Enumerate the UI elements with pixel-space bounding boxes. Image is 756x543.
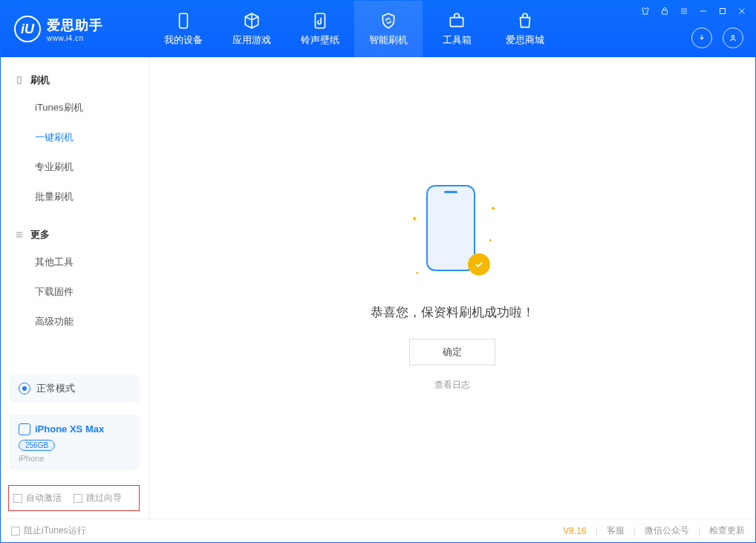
checkbox-block-itunes[interactable]: 阻止iTunes运行 xyxy=(11,524,86,537)
cube-icon xyxy=(242,11,261,30)
device-icon xyxy=(14,75,25,85)
divider: | xyxy=(596,526,598,536)
tab-label: 爱思商城 xyxy=(506,33,544,47)
sidebar-group-label: 更多 xyxy=(30,228,50,241)
tab-my-device[interactable]: 我的设备 xyxy=(149,1,218,57)
view-log-link[interactable]: 查看日志 xyxy=(434,379,470,391)
spark-icon: ✦ xyxy=(490,204,496,212)
toolbox-icon xyxy=(447,11,466,30)
tab-label: 应用游戏 xyxy=(232,33,271,47)
spark-icon: • xyxy=(416,269,419,277)
svg-point-5 xyxy=(731,36,734,39)
wechat-link[interactable]: 微信公众号 xyxy=(645,524,689,537)
device-phone-icon xyxy=(19,423,30,435)
sidebar: 刷机 iTunes刷机 一键刷机 专业刷机 批量刷机 更多 其他工具 下载固件 … xyxy=(1,57,149,518)
close-icon[interactable] xyxy=(736,5,748,17)
lock-icon[interactable] xyxy=(659,5,671,17)
sidebar-group-label: 刷机 xyxy=(30,74,50,87)
tab-label: 铃声壁纸 xyxy=(301,33,339,47)
phone-illustration-icon xyxy=(426,185,475,271)
main-content: ✦ ✦ • • 恭喜您，保资料刷机成功啦！ 确定 查看日志 xyxy=(149,57,755,518)
sidebar-group-more: 更多 xyxy=(1,222,149,247)
list-icon xyxy=(14,230,25,240)
version-label: V8.16 xyxy=(563,526,586,536)
check-badge-icon xyxy=(468,253,490,276)
spark-icon: ✦ xyxy=(411,215,417,223)
success-graphic: ✦ ✦ • • xyxy=(411,185,493,282)
check-update-link[interactable]: 检查更新 xyxy=(709,524,745,537)
header-actions xyxy=(691,27,743,48)
sidebar-item-one-click-flash[interactable]: 一键刷机 xyxy=(1,123,149,152)
sidebar-item-batch-flash[interactable]: 批量刷机 xyxy=(1,182,149,212)
main-tabs: 我的设备 应用游戏 铃声壁纸 智能刷机 工具箱 爱思商城 xyxy=(149,1,559,57)
sidebar-item-download-firmware[interactable]: 下载固件 xyxy=(1,277,149,307)
sidebar-item-itunes-flash[interactable]: iTunes刷机 xyxy=(1,93,149,123)
tab-ringtone[interactable]: 铃声壁纸 xyxy=(286,1,354,57)
svg-rect-6 xyxy=(18,77,22,83)
mode-icon xyxy=(19,383,30,394)
checkbox-auto-activate[interactable]: 自动激活 xyxy=(13,492,62,504)
device-type: iPhone xyxy=(19,454,131,463)
window-controls xyxy=(639,5,748,17)
mode-indicator[interactable]: 正常模式 xyxy=(10,374,140,403)
menu-icon[interactable] xyxy=(678,5,690,17)
tab-toolbox[interactable]: 工具箱 xyxy=(423,1,491,57)
checkbox-icon xyxy=(13,494,22,503)
sidebar-item-other-tools[interactable]: 其他工具 xyxy=(1,247,149,277)
mode-label: 正常模式 xyxy=(36,382,75,395)
logo: iU 爱思助手 www.i4.cn xyxy=(1,16,149,42)
divider: | xyxy=(698,526,700,536)
tab-label: 我的设备 xyxy=(164,33,203,47)
device-capacity: 256GB xyxy=(19,440,55,451)
options-row: 自动激活 跳过向导 xyxy=(8,485,140,511)
footer: 阻止iTunes运行 V8.16 | 客服 | 微信公众号 | 检查更新 xyxy=(1,518,755,542)
app-title: 爱思助手 xyxy=(47,16,103,34)
checkbox-label: 自动激活 xyxy=(26,492,62,504)
sidebar-item-advanced[interactable]: 高级功能 xyxy=(1,307,149,336)
checkbox-label: 跳过向导 xyxy=(86,492,122,504)
user-icon[interactable] xyxy=(723,27,743,48)
app-subtitle: www.i4.cn xyxy=(47,34,103,42)
app-window: iU 爱思助手 www.i4.cn 我的设备 应用游戏 铃声壁纸 智能刷机 xyxy=(0,0,756,543)
shirt-icon[interactable] xyxy=(639,5,651,17)
svg-rect-0 xyxy=(180,13,188,28)
svg-rect-3 xyxy=(662,10,668,14)
tab-apps[interactable]: 应用游戏 xyxy=(218,1,286,57)
svg-rect-2 xyxy=(450,18,463,27)
support-link[interactable]: 客服 xyxy=(607,524,625,537)
checkbox-skip-guide[interactable]: 跳过向导 xyxy=(74,492,122,504)
minimize-icon[interactable] xyxy=(697,5,709,17)
tab-label: 智能刷机 xyxy=(369,33,408,47)
checkbox-icon xyxy=(11,527,20,536)
phone-icon xyxy=(174,11,193,30)
svg-rect-1 xyxy=(316,13,325,28)
divider: | xyxy=(633,526,636,536)
logo-icon: iU xyxy=(14,16,41,42)
spark-icon: • xyxy=(489,236,492,244)
sidebar-item-pro-flash[interactable]: 专业刷机 xyxy=(1,152,149,182)
maximize-icon[interactable] xyxy=(717,5,729,17)
ok-button[interactable]: 确定 xyxy=(409,339,495,365)
checkbox-label: 阻止iTunes运行 xyxy=(24,524,86,537)
shield-refresh-icon xyxy=(379,11,398,30)
device-name: iPhone XS Max xyxy=(35,423,104,435)
svg-rect-4 xyxy=(720,9,726,14)
bag-icon xyxy=(515,11,535,30)
tab-store[interactable]: 爱思商城 xyxy=(491,1,559,57)
tab-label: 工具箱 xyxy=(443,33,472,47)
success-message: 恭喜您，保资料刷机成功啦！ xyxy=(371,304,535,321)
music-file-icon xyxy=(310,11,330,30)
checkbox-icon xyxy=(74,494,82,503)
header: iU 爱思助手 www.i4.cn 我的设备 应用游戏 铃声壁纸 智能刷机 xyxy=(1,1,755,57)
tab-flash[interactable]: 智能刷机 xyxy=(354,1,423,57)
sidebar-group-flash: 刷机 xyxy=(1,68,149,93)
body: 刷机 iTunes刷机 一键刷机 专业刷机 批量刷机 更多 其他工具 下载固件 … xyxy=(1,57,755,518)
device-card[interactable]: iPhone XS Max 256GB iPhone xyxy=(10,414,140,470)
download-icon[interactable] xyxy=(691,27,712,48)
